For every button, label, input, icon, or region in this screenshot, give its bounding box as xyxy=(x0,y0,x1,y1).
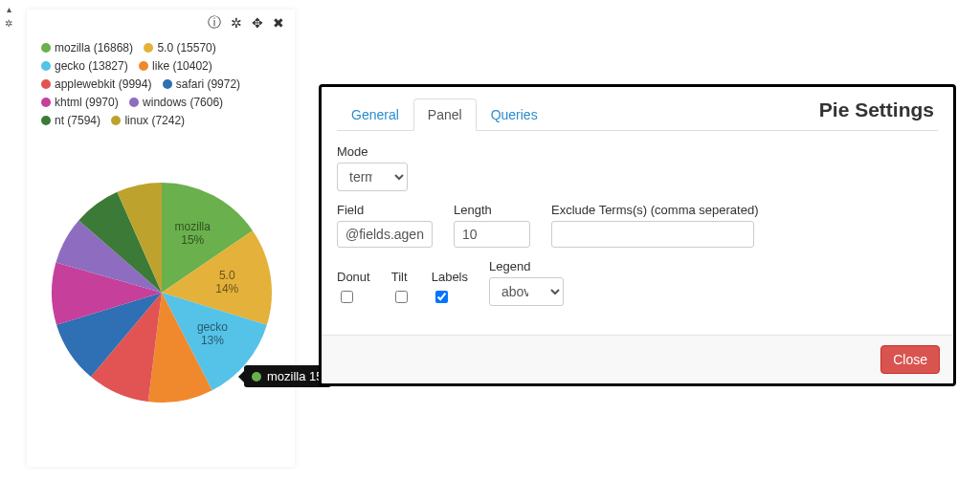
exclude-label: Exclude Terms(s) (comma seperated) xyxy=(551,203,759,217)
legend-item[interactable]: linux (7242) xyxy=(111,112,185,130)
legend-item[interactable]: nt (7594) xyxy=(41,112,100,130)
move-icon[interactable]: ✥ xyxy=(252,15,263,31)
legend-item[interactable]: safari (9972) xyxy=(163,76,240,94)
pie-panel: ⓘ ✲ ✥ ✖ mozilla (16868) 5.0 (15570) geck… xyxy=(27,10,295,467)
slice-pct: 14% xyxy=(215,282,238,295)
settings-modal: Pie Settings General Panel Queries Mode … xyxy=(319,84,956,386)
legend-item[interactable]: khtml (9970) xyxy=(41,94,119,112)
slice-label: mozilla xyxy=(175,220,212,233)
length-label: Length xyxy=(454,203,530,217)
gear-icon[interactable]: ✲ xyxy=(5,18,12,29)
labels-checkbox[interactable] xyxy=(435,291,448,303)
legend-swatch-icon xyxy=(163,79,172,89)
chart-tooltip: mozilla 15 xyxy=(244,365,331,387)
legend-swatch-icon xyxy=(139,61,148,71)
slice-label: 5.0 xyxy=(219,269,235,282)
tooltip-text: mozilla 15 xyxy=(267,369,323,383)
length-input[interactable] xyxy=(454,221,530,248)
legend-select[interactable]: above xyxy=(489,277,564,306)
slice-pct: 15% xyxy=(181,233,204,247)
tilt-checkbox[interactable] xyxy=(395,291,408,303)
tilt-label: Tilt xyxy=(391,270,408,284)
legend: mozilla (16868) 5.0 (15570) gecko (13827… xyxy=(28,35,294,140)
gear-icon[interactable]: ✲ xyxy=(231,15,242,31)
slice-pct: 13% xyxy=(201,334,224,347)
legend-swatch-icon xyxy=(41,79,51,89)
legend-item[interactable]: 5.0 (15570) xyxy=(144,39,215,57)
donut-checkbox[interactable] xyxy=(341,291,353,303)
slice-label: gecko xyxy=(197,320,228,334)
sidebar-mini: ▴ ✲ xyxy=(2,4,15,29)
legend-item[interactable]: mozilla (16868) xyxy=(41,39,133,57)
close-icon[interactable]: ✖ xyxy=(273,15,284,31)
panel-toolbar: ⓘ ✲ ✥ ✖ xyxy=(28,11,294,35)
tooltip-swatch-icon xyxy=(252,372,261,382)
donut-label: Donut xyxy=(337,270,370,284)
pie-chart: mozilla15%5.014%gecko13% mozilla 15 xyxy=(28,140,296,455)
legend-swatch-icon xyxy=(129,98,139,107)
legend-swatch-icon xyxy=(41,61,51,71)
tab-general[interactable]: General xyxy=(337,98,413,131)
tab-queries[interactable]: Queries xyxy=(477,98,552,131)
legend-swatch-icon xyxy=(41,98,51,107)
legend-swatch-icon xyxy=(111,116,121,125)
legend-item[interactable]: windows (7606) xyxy=(129,94,223,112)
legend-swatch-icon xyxy=(144,43,153,53)
legend-label: Legend xyxy=(489,259,530,273)
close-button[interactable]: Close xyxy=(880,345,940,374)
legend-swatch-icon xyxy=(41,43,51,53)
mode-label: Mode xyxy=(337,144,408,159)
legend-item[interactable]: gecko (13827) xyxy=(41,57,128,76)
labels-label: Labels xyxy=(432,270,468,284)
field-input[interactable] xyxy=(337,221,433,248)
legend-swatch-icon xyxy=(41,116,51,125)
exclude-input[interactable] xyxy=(551,221,754,248)
mode-select[interactable]: terms xyxy=(337,163,408,191)
collapse-up-icon[interactable]: ▴ xyxy=(7,4,11,14)
legend-item[interactable]: like (10402) xyxy=(139,57,212,76)
info-icon[interactable]: ⓘ xyxy=(208,14,221,32)
legend-item[interactable]: applewebkit (9994) xyxy=(41,76,151,94)
field-label: Field xyxy=(337,203,433,217)
modal-footer: Close xyxy=(322,335,953,383)
modal-title: Pie Settings xyxy=(819,98,934,121)
tab-panel[interactable]: Panel xyxy=(413,98,477,131)
